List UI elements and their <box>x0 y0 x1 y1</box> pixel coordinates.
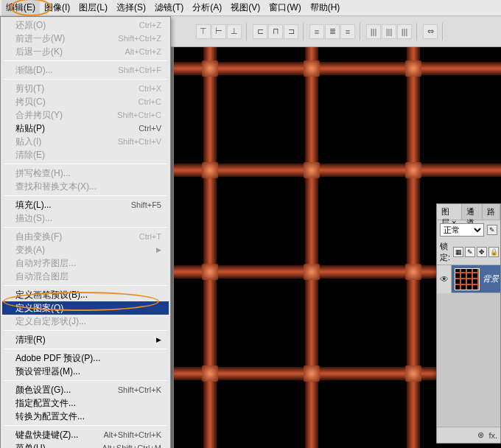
dist-bottom-icon[interactable]: ≡ <box>340 24 355 39</box>
menu-item-31[interactable]: 预设管理器(M)... <box>2 365 169 378</box>
visibility-eye-icon[interactable]: 👁 <box>437 265 452 293</box>
tab-layers[interactable]: 图层 × <box>437 204 462 220</box>
lock-all-icon[interactable]: 🔒 <box>488 247 499 257</box>
menu-item-label: 拷贝(C) <box>15 96 46 108</box>
menu-item-label: Adobe PDF 预设(P)... <box>15 352 100 365</box>
menu-image[interactable]: 图像(I) <box>40 0 74 15</box>
menu-layer[interactable]: 图层(L) <box>74 0 112 15</box>
menu-item-label: 填充(L)... <box>15 199 52 211</box>
lock-pixels-icon[interactable]: ✎ <box>465 247 475 257</box>
menu-item-shortcut: Shift+Ctrl+Z <box>118 34 161 43</box>
menu-window[interactable]: 窗口(W) <box>264 0 305 15</box>
menu-item-35[interactable]: 转换为配置文件... <box>2 410 169 423</box>
menu-help[interactable]: 帮助(H) <box>306 0 345 15</box>
align-hcenter-icon[interactable]: ⊓ <box>268 24 283 39</box>
menu-analysis[interactable]: 分析(A) <box>188 0 226 15</box>
menu-item-label: 描边(S)... <box>15 212 52 225</box>
tab-paths[interactable]: 路 <box>483 204 500 220</box>
menu-item-shortcut: Alt+Shift+Ctrl+M <box>102 444 161 448</box>
menu-item-label: 菜单(U)... <box>15 442 53 449</box>
menu-item-shortcut: Shift+Ctrl+V <box>118 137 161 146</box>
menu-item-label: 贴入(I) <box>15 136 41 148</box>
menu-item-label: 清除(E) <box>15 149 45 161</box>
brush-icon[interactable]: ✎ <box>487 225 497 235</box>
menu-item-label: 清理(R) <box>15 334 46 346</box>
dist-top-icon[interactable]: ≡ <box>309 24 324 39</box>
align-left-icon[interactable]: ⊏ <box>253 24 267 39</box>
dist-vcenter-icon[interactable]: ≣ <box>325 24 340 39</box>
menu-item-label: 定义画笔预设(B)... <box>15 289 88 301</box>
dist-left-icon[interactable]: ||| <box>366 24 381 39</box>
align-right-icon[interactable]: ⊐ <box>284 24 298 39</box>
menu-edit[interactable]: 编辑(E) <box>1 0 40 15</box>
menu-separator <box>4 380 167 381</box>
layer-row-background[interactable]: 👁 背景 <box>437 265 500 293</box>
menu-item-25[interactable]: 定义图案(Q)... <box>2 301 169 315</box>
menu-item-1: 前进一步(W)Shift+Ctrl+Z <box>2 32 169 45</box>
menu-item-24[interactable]: 定义画笔预设(B)... <box>2 288 169 301</box>
menu-select[interactable]: 选择(S) <box>112 0 150 15</box>
tab-channels[interactable]: 通道 <box>462 204 483 220</box>
align-top-icon[interactable]: ⊤ <box>196 24 211 39</box>
menu-item-19: 自由变换(F)Ctrl+T <box>2 230 169 243</box>
align-bottom-icon[interactable]: ⊥ <box>227 24 242 39</box>
menu-item-label: 合并拷贝(Y) <box>15 109 63 122</box>
menu-item-label: 自动混合图层 <box>15 270 69 283</box>
menu-item-label: 查找和替换文本(X)... <box>15 181 97 193</box>
menu-item-13: 拼写检查(H)... <box>2 167 169 180</box>
dist-hcenter-icon[interactable]: ||| <box>382 24 396 39</box>
menu-item-9[interactable]: 粘贴(P)Ctrl+V <box>2 122 169 135</box>
submenu-arrow-icon: ▶ <box>156 336 161 343</box>
menu-item-33[interactable]: 颜色设置(G)...Shift+Ctrl+K <box>2 383 169 396</box>
menu-separator <box>4 79 167 80</box>
distribute-group-1: ≡ ≣ ≡ <box>305 23 360 41</box>
dist-right-icon[interactable]: ||| <box>397 24 412 39</box>
menu-item-11: 清除(E) <box>2 148 169 161</box>
panel-footer: ⊗ fx. <box>437 427 500 443</box>
menu-item-2: 后退一步(K)Alt+Ctrl+Z <box>2 45 169 58</box>
menu-separator <box>4 164 167 164</box>
menu-item-label: 转换为配置文件... <box>15 410 85 423</box>
menu-item-38[interactable]: 菜单(U)...Alt+Shift+Ctrl+M <box>2 441 169 448</box>
menu-item-shortcut: Alt+Shift+Ctrl+K <box>103 430 161 439</box>
menu-item-shortcut: Shift+Ctrl+C <box>117 111 161 119</box>
layer-name: 背景 <box>483 273 500 284</box>
menu-separator <box>4 60 167 61</box>
menu-item-label: 粘贴(P) <box>15 122 45 135</box>
menu-view[interactable]: 视图(V) <box>226 0 264 15</box>
menu-item-14: 查找和替换文本(X)... <box>2 180 169 193</box>
menu-item-shortcut: Alt+Ctrl+Z <box>125 47 161 56</box>
menu-item-label: 还原(O) <box>15 19 46 32</box>
lock-position-icon[interactable]: ✥ <box>477 247 487 257</box>
menu-item-28[interactable]: 清理(R)▶ <box>2 333 169 346</box>
distribute-group-2: ||| ||| ||| <box>362 23 417 41</box>
menubar: 编辑(E) 图像(I) 图层(L) 选择(S) 滤镜(T) 分析(A) 视图(V… <box>0 0 501 16</box>
menu-item-17: 描边(S)... <box>2 211 169 225</box>
edit-menu-dropdown: 还原(O)Ctrl+Z前进一步(W)Shift+Ctrl+Z后退一步(K)Alt… <box>0 16 171 448</box>
link-icon[interactable]: ⊗ <box>477 430 484 440</box>
layers-panel: 图层 × 通道 路 正常 ✎ 锁定: ▦ ✎ ✥ 🔒 👁 背景 ⊗ fx. <box>436 203 501 444</box>
blend-mode-select[interactable]: 正常 <box>440 223 484 237</box>
menu-item-34[interactable]: 指定配置文件... <box>2 396 169 410</box>
menu-filter[interactable]: 滤镜(T) <box>150 0 188 15</box>
layer-thumbnail[interactable] <box>455 268 480 290</box>
menu-item-6: 剪切(T)Ctrl+X <box>2 82 169 95</box>
menu-item-16[interactable]: 填充(L)...Shift+F5 <box>2 198 169 211</box>
dist-space-icon[interactable]: ⇔ <box>423 24 438 39</box>
menu-item-30[interactable]: Adobe PDF 预设(P)... <box>2 351 169 365</box>
menu-item-0: 还原(O)Ctrl+Z <box>2 18 169 32</box>
menu-item-label: 指定配置文件... <box>15 397 76 410</box>
menu-item-shortcut: Shift+F5 <box>131 200 161 209</box>
menu-item-21: 自动对齐图层... <box>2 256 169 270</box>
lock-transparency-icon[interactable]: ▦ <box>453 247 463 257</box>
layer-list: 👁 背景 <box>437 265 500 427</box>
menu-item-shortcut: Ctrl+Z <box>139 21 161 29</box>
lock-label: 锁定: <box>440 241 450 263</box>
menu-item-20: 变换(A)▶ <box>2 243 169 256</box>
menu-item-label: 渐隐(D)... <box>15 64 53 77</box>
menu-item-37[interactable]: 键盘快捷键(Z)...Alt+Shift+Ctrl+K <box>2 428 169 441</box>
menu-item-22: 自动混合图层 <box>2 270 169 283</box>
fx-icon[interactable]: fx. <box>488 431 497 440</box>
menu-separator <box>4 349 167 349</box>
align-vcenter-icon[interactable]: ⊢ <box>211 24 226 39</box>
